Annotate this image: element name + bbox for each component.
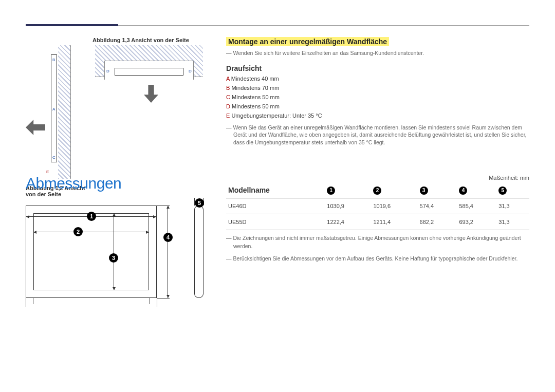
figure-1-2-side-diagram: B A C E <box>39 45 72 179</box>
col-2: 2 <box>371 183 417 198</box>
col-1: 1 <box>325 183 371 198</box>
footnote-2: Berücksichtigen Sie die Abmessungen vor … <box>226 255 529 263</box>
table-row: UE46D 1030,9 1019,6 574,4 585,4 31,3 <box>226 198 529 214</box>
unit-label: Maßeinheit: mm <box>226 175 529 181</box>
dim-marker-1: 1 <box>87 212 96 221</box>
dimensions-drawing: Abmessungen 1 2 3 4 5 <box>26 175 226 263</box>
cell-model: UE55D <box>226 214 325 230</box>
cell: 31,3 <box>496 198 529 214</box>
cell: 574,4 <box>418 198 457 214</box>
header-thin-rule <box>118 25 529 26</box>
cell: 1030,9 <box>325 198 371 214</box>
spec-c: C Mindestens 50 mm <box>226 94 529 100</box>
dim-marker-5: 5 <box>195 198 204 208</box>
dim-marker-3: 3 <box>109 253 118 263</box>
dim-4-arrow <box>168 206 168 298</box>
wall-hatched-horizontal: D D <box>95 45 203 77</box>
marker-b: B <box>52 58 55 62</box>
cell: 1019,6 <box>371 198 417 214</box>
arrow-left-icon <box>26 120 45 135</box>
cell: 585,4 <box>457 198 496 214</box>
cell-model: UE46D <box>226 198 325 214</box>
spec-d: D Mindestens 50 mm <box>226 103 529 109</box>
diagrams-column: Abbildung 1,3 Ansicht von der Seite B A … <box>26 36 226 146</box>
table-row: UE55D 1222,4 1211,4 682,2 693,2 31,3 <box>226 214 529 230</box>
header-accent-bar <box>26 24 118 26</box>
front-view-inner <box>33 213 149 290</box>
ext-tick-1 <box>26 298 26 307</box>
dimensions-table: Modellname 1 2 3 4 5 UE46D 1030,9 1019,6… <box>226 183 529 230</box>
wall-hatched-vertical <box>58 45 71 179</box>
cell: 693,2 <box>457 214 496 230</box>
front-view-outline: 1 2 3 <box>26 206 157 298</box>
device-top-outline <box>115 68 183 76</box>
contact-note: Wenden Sie sich für weitere Einzelheiten… <box>226 49 529 57</box>
marker-e: E <box>46 170 49 174</box>
dimensions-heading: Abmessungen <box>26 175 226 192</box>
cell: 1222,4 <box>325 214 371 230</box>
ext-tick-2 <box>33 298 33 304</box>
mounting-text-column: Montage an einer unregelmäßigen Wandfläc… <box>226 36 529 146</box>
marker-a: A <box>52 107 55 111</box>
marker-d-left: D <box>106 69 109 73</box>
cell: 31,3 <box>496 214 529 230</box>
cell: 682,2 <box>418 214 457 230</box>
col-5: 5 <box>496 183 529 198</box>
topview-heading: Draufsicht <box>226 64 529 72</box>
spec-e: E Umgebungstemperatur: Unter 35 °C <box>226 113 529 119</box>
dim-marker-4: 4 <box>163 233 173 242</box>
figure-1-3-caption: Abbildung 1,3 Ansicht von der Seite <box>92 37 189 43</box>
mounting-heading: Montage an einer unregelmäßigen Wandfläc… <box>226 37 389 46</box>
dim-marker-2: 2 <box>73 227 83 236</box>
dim-2-arrow <box>33 232 149 232</box>
cell: 1211,4 <box>371 214 417 230</box>
col-model: Modellname <box>226 183 325 198</box>
footnote-1: Die Zeichnungen sind nicht immer maßstab… <box>226 234 529 251</box>
dim-3-arrow <box>114 213 114 290</box>
col-4: 4 <box>457 183 496 198</box>
side-view-outline <box>194 206 203 298</box>
ext-tick-4 <box>157 298 157 307</box>
dim-4-tick-bottom <box>157 298 170 298</box>
table-header-row: Modellname 1 2 3 4 5 <box>226 183 529 198</box>
ventilation-note: Wenn Sie das Gerät an einer unregelmäßig… <box>226 124 529 146</box>
col-3: 3 <box>418 183 457 198</box>
ext-tick-3 <box>150 298 150 304</box>
dimensions-table-block: Maßeinheit: mm Modellname 1 2 3 4 5 UE46… <box>226 175 529 263</box>
spec-b: B Mindestens 70 mm <box>226 85 529 91</box>
spec-a: A Mindestens 40 mm <box>226 76 529 82</box>
marker-c: C <box>52 155 55 160</box>
marker-d-right: D <box>189 69 192 73</box>
